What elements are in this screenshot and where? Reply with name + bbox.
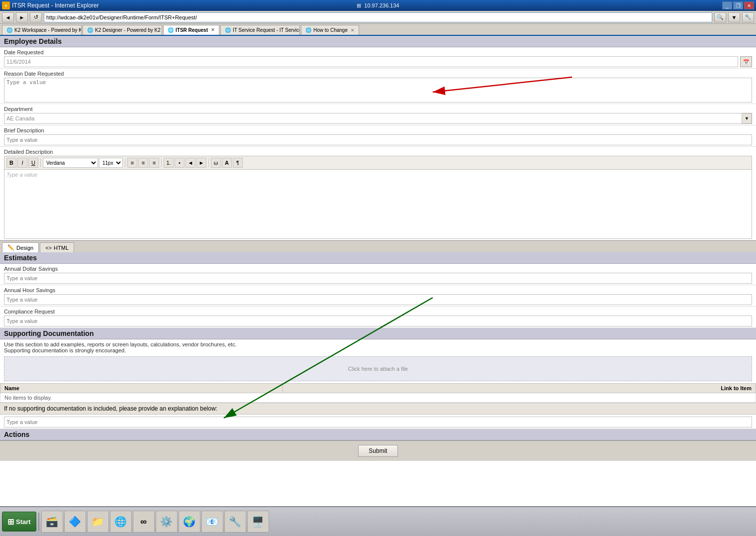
date-requested-group: Date Requested 📅 [0, 47, 756, 69]
tab-howtochange-label: How to Change [313, 27, 348, 33]
estimates-content: Annual Dollar Savings Annual Hour Saving… [0, 264, 756, 328]
annual-hour-input[interactable] [4, 294, 752, 305]
department-label: Department [4, 106, 752, 112]
doc-table: Name Link to Item No items to display. [0, 383, 756, 403]
taskbar-files-icon[interactable]: 🗃️ [41, 511, 63, 533]
rte-special-button[interactable]: ω [211, 158, 221, 168]
date-requested-input[interactable] [4, 56, 738, 67]
address-bar: ◄ ► ↺ 🔍 ▼ 🔧 [0, 11, 756, 24]
tab-itsr-close[interactable]: ✕ [211, 27, 215, 32]
design-tab-label: Design [16, 245, 33, 251]
rte-bold-button[interactable]: B [6, 158, 16, 168]
supporting-desc-line2: Supporting documentation is strongly enc… [4, 347, 752, 353]
title-bar: e ITSR Request - Internet Explorer ⊞ 10.… [0, 0, 756, 11]
annual-dollar-input[interactable] [4, 273, 752, 284]
tab-howtochange-close[interactable]: ✕ [351, 28, 355, 33]
tab-k2designer-label: K2 Designer - Powered by K2 Di... [95, 27, 162, 33]
rte-paragraph-button[interactable]: ¶ [233, 158, 243, 168]
forward-button[interactable]: ► [16, 12, 28, 22]
attach-file-box[interactable]: Click here to attach a file [4, 356, 752, 381]
explanation-section: If no supporting documentation is includ… [0, 403, 756, 415]
taskbar-email-icon[interactable]: 📧 [201, 511, 223, 533]
back-button[interactable]: ◄ [2, 12, 14, 22]
content-wrapper: Employee Details Date Requested 📅 Reason… [0, 36, 756, 506]
rte-sep3 [161, 158, 162, 167]
compliance-group: Compliance Request [0, 307, 756, 328]
taskbar: ⊞ Start 🗃️ 🔷 📁 🌐 ∞ ⚙️ 🌍 📧 🔧 🖥️ [0, 506, 756, 536]
taskbar-infinity-icon[interactable]: ∞ [133, 511, 155, 533]
tab-itsr[interactable]: 🌐 ITSR Request ✕ [163, 25, 219, 35]
brief-description-input[interactable] [4, 134, 752, 145]
rte-list-unordered-button[interactable]: • [175, 158, 185, 168]
annual-hour-label: Annual Hour Savings [4, 287, 752, 293]
rte-list-ordered-button[interactable]: 1. [164, 158, 174, 168]
close-button[interactable]: ✕ [744, 1, 754, 9]
taskbar-settings-icon[interactable]: ⚙️ [156, 511, 178, 533]
calendar-button[interactable]: 📅 [740, 56, 752, 67]
rte-align-left-button[interactable]: ≡ [127, 158, 137, 168]
tab-k2workspace[interactable]: 🌐 K2 Workspace - Powered by K2 ... ✕ [2, 25, 82, 35]
tools-button[interactable]: 🔧 [742, 12, 754, 22]
rte-align-center-button[interactable]: ≡ [138, 158, 148, 168]
department-dropdown-btn[interactable]: ▼ [742, 113, 752, 124]
windows-logo: ⊞ [7, 517, 14, 527]
taskbar-folder-icon[interactable]: 📁 [87, 511, 109, 533]
html-icon: <> [45, 245, 52, 251]
rte-indent-dec-button[interactable]: ◄ [186, 158, 195, 168]
rte-sep2 [125, 158, 125, 167]
actions-header: Actions [0, 429, 756, 440]
reason-date-label: Reason Date Requested [4, 71, 752, 77]
annual-dollar-label: Annual Dollar Savings [4, 266, 752, 272]
tab-k2designer[interactable]: 🌐 K2 Designer - Powered by K2 Di... ✕ [83, 25, 162, 35]
department-input[interactable] [4, 113, 742, 124]
rte-align-right-button[interactable]: ≡ [149, 158, 159, 168]
submit-button[interactable]: Submit [358, 445, 397, 457]
employee-details-header: Employee Details [0, 36, 756, 47]
taskbar-gear-icon[interactable]: 🔧 [224, 511, 246, 533]
brief-description-group: Brief Description [0, 125, 756, 147]
rte-editor[interactable]: Type a value [4, 169, 752, 239]
tab-k2designer-icon: 🌐 [87, 27, 93, 33]
restore-button[interactable]: ❐ [733, 1, 743, 9]
address-input[interactable] [44, 12, 712, 22]
date-requested-label: Date Requested [4, 49, 752, 55]
taskbar-separator [38, 513, 39, 531]
supporting-desc-line1: Use this section to add examples, report… [4, 341, 752, 347]
design-tab[interactable]: ✏️ Design [2, 242, 39, 252]
maximize-icon: ⊞ [357, 2, 361, 9]
doc-table-name-header: Name [0, 384, 283, 393]
rte-indent-inc-button[interactable]: ► [196, 158, 206, 168]
rte-italic-button[interactable]: I [17, 158, 27, 168]
rte-underline-button[interactable]: U [28, 158, 38, 168]
taskbar-powershell-icon[interactable]: 🔷 [64, 511, 86, 533]
detailed-description-group: Detailed Description B I U Verdana Arial… [0, 147, 756, 240]
annual-hour-group: Annual Hour Savings [0, 285, 756, 307]
explanation-input[interactable] [4, 417, 752, 428]
rte-toolbar: B I U Verdana Arial Times New Roman 11px… [4, 156, 752, 169]
table-row: No items to display. [0, 393, 756, 403]
reason-date-input[interactable] [4, 78, 752, 103]
dropdown-arrow[interactable]: ▼ [728, 12, 740, 22]
tab-howtochange[interactable]: 🌐 How to Change ✕ [301, 25, 359, 35]
start-button[interactable]: ⊞ Start [2, 512, 36, 532]
taskbar-chrome-icon[interactable]: 🌐 [110, 511, 132, 533]
html-tab[interactable]: <> HTML [40, 242, 74, 252]
rte-fontcolor-button[interactable]: A [222, 158, 232, 168]
tab-itsr-label: ITSR Request [176, 27, 208, 33]
doc-table-link-header: Link to Item [283, 384, 756, 393]
reason-date-group: Reason Date Requested [0, 69, 756, 104]
minimize-button[interactable]: _ [722, 1, 732, 9]
design-icon: ✏️ [7, 244, 14, 251]
explanation-label: If no supporting documentation is includ… [4, 405, 217, 412]
refresh-button[interactable]: ↺ [30, 12, 42, 22]
tab-itservice[interactable]: 🌐 IT Service Request - IT Service ... ✕ [220, 25, 300, 35]
no-items-text: No items to display. [0, 393, 756, 403]
search-button[interactable]: 🔍 [714, 12, 726, 22]
brief-description-label: Brief Description [4, 127, 752, 133]
taskbar-network-icon[interactable]: 🖥️ [247, 511, 269, 533]
taskbar-ie-icon[interactable]: 🌍 [179, 511, 200, 533]
compliance-input[interactable] [4, 316, 752, 326]
compliance-label: Compliance Request [4, 309, 752, 315]
rte-size-select[interactable]: 11px 8px 10px 12px 14px [99, 158, 123, 168]
rte-font-select[interactable]: Verdana Arial Times New Roman [43, 158, 98, 168]
